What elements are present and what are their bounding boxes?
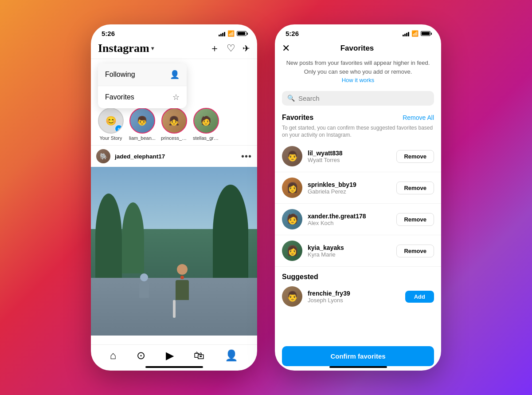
favorite-avatar-3: 🧑 <box>282 209 302 229</box>
following-icon: 👤 <box>170 70 180 79</box>
story-label-2: princess_p... <box>161 135 188 141</box>
story-your-story[interactable]: 😊 + Your Story <box>98 108 124 141</box>
status-icons: 📶 <box>219 30 246 37</box>
favorites-header: ✕ Favorites <box>275 39 441 59</box>
story-avatar-3: 🧑 <box>193 108 219 134</box>
nav-home-icon[interactable]: ⌂ <box>110 349 117 362</box>
status-bar-right: 5:26 📶 <box>275 24 441 39</box>
remove-all-button[interactable]: Remove All <box>403 114 434 121</box>
story-avatar-1: 👦 <box>129 108 155 134</box>
nav-search-icon[interactable]: ⊙ <box>137 349 145 362</box>
favorites-section-header: Favorites Remove All <box>275 109 441 123</box>
nav-shop-icon[interactable]: 🛍 <box>194 349 204 362</box>
post-avatar: 🐘 <box>96 149 110 163</box>
favorite-avatar-1: 👨 <box>282 146 302 166</box>
nav-reels-icon[interactable]: ▶ <box>166 349 174 362</box>
story-label-1: liam_bean... <box>129 135 156 141</box>
suggested-realname-1: Joseph Lyons <box>308 297 400 304</box>
messenger-icon[interactable]: ✈ <box>243 43 250 54</box>
suggested-section-header: Suggested <box>275 269 441 283</box>
signal-icon <box>219 31 225 36</box>
stories-row: 😊 + Your Story 👦 liam_bean... 👧 princess… <box>91 103 257 146</box>
close-button[interactable]: ✕ <box>282 43 290 54</box>
suggested-user-row-1: 👨 frenchie_fry39 Joseph Lyons Add <box>275 283 441 310</box>
favorite-user-row-4: 👩 kyia_kayaks Kyra Marie Remove <box>275 237 441 265</box>
status-bar-left: 5:26 📶 <box>91 24 257 39</box>
nav-profile-icon[interactable]: 👤 <box>225 349 238 362</box>
feed-dropdown: Following 👤 Favorites ☆ <box>98 63 187 108</box>
suggested-username-1: frenchie_fry39 <box>308 290 400 297</box>
post-header: 🐘 jaded_elephant17 ••• <box>91 146 257 167</box>
favorite-username-1: lil_wyatt838 <box>308 150 391 157</box>
favorite-username-4: kyia_kayaks <box>308 244 391 251</box>
heart-icon[interactable]: ♡ <box>227 43 235 54</box>
home-indicator-right <box>329 366 387 368</box>
favorite-avatar-2: 👩 <box>282 178 302 198</box>
favorites-label: Favorites <box>105 93 134 101</box>
phone-instagram-feed: 5:26 📶 Instagram ▾ ＋ ♡ ✈ Foll <box>91 24 257 371</box>
favorites-section-title: Favorites <box>282 114 313 122</box>
story-item-3[interactable]: 🧑 stellas_gr0... <box>193 108 219 141</box>
phone-favorites: 5:26 📶 ✕ Favorites New posts from your f… <box>275 24 441 371</box>
search-icon: 🔍 <box>287 95 295 102</box>
instagram-logo: Instagram ▾ <box>98 42 154 55</box>
post-image <box>91 167 257 336</box>
wifi-icon: 📶 <box>227 30 235 37</box>
dropdown-chevron[interactable]: ▾ <box>151 45 154 52</box>
following-label: Following <box>105 71 135 79</box>
add-icon[interactable]: ＋ <box>210 42 219 55</box>
status-time: 5:26 <box>102 30 115 37</box>
battery-icon-right <box>421 31 430 36</box>
story-item-1[interactable]: 👦 liam_bean... <box>129 108 156 141</box>
favorite-realname-2: Gabriela Perez <box>308 188 391 195</box>
favorite-user-info-4: kyia_kayaks Kyra Marie <box>308 244 391 258</box>
remove-button-3[interactable]: Remove <box>396 213 434 226</box>
favorite-user-row-2: 👩 sprinkles_bby19 Gabriela Perez Remove <box>275 174 441 201</box>
favorite-user-info-3: xander.the.great178 Alex Koch <box>308 213 391 226</box>
dropdown-following[interactable]: Following 👤 <box>98 63 187 86</box>
favorite-user-row-1: 👨 lil_wyatt838 Wyatt Torres Remove <box>275 142 441 170</box>
divider-2 <box>275 203 441 204</box>
battery-icon <box>237 31 246 36</box>
favorite-username-3: xander.the.great178 <box>308 213 391 220</box>
status-time-right: 5:26 <box>286 30 299 37</box>
your-story-avatar: 😊 + <box>98 108 124 134</box>
favorite-realname-1: Wyatt Torres <box>308 157 391 163</box>
home-indicator <box>145 366 203 368</box>
signal-icon-right <box>403 31 409 36</box>
story-plus-icon: + <box>115 125 123 133</box>
remove-button-4[interactable]: Remove <box>396 245 434 257</box>
confirm-favorites-button[interactable]: Confirm favorites <box>282 346 434 366</box>
instagram-header: Instagram ▾ ＋ ♡ ✈ <box>91 39 257 59</box>
divider-4 <box>275 266 441 267</box>
favorites-star-icon: ☆ <box>172 92 180 102</box>
favorite-realname-4: Kyra Marie <box>308 251 391 258</box>
add-button-1[interactable]: Add <box>405 291 434 303</box>
favorite-realname-3: Alex Koch <box>308 220 391 226</box>
favorite-avatar-4: 👩 <box>282 241 302 261</box>
suggested-avatar-1: 👨 <box>282 286 302 307</box>
favorites-description: New posts from your favorites will appea… <box>275 59 441 87</box>
story-item-2[interactable]: 👧 princess_p... <box>161 108 188 141</box>
remove-button-1[interactable]: Remove <box>396 150 434 163</box>
your-story-label: Your Story <box>100 135 122 141</box>
divider-3 <box>275 235 441 235</box>
story-avatar-2: 👧 <box>161 108 187 134</box>
suggested-user-info-1: frenchie_fry39 Joseph Lyons <box>308 290 400 304</box>
favorites-title: Favorites <box>340 44 374 53</box>
favorites-hint: To get started, you can confirm these su… <box>275 123 441 143</box>
post-user: 🐘 jaded_elephant17 <box>96 149 165 163</box>
remove-button-2[interactable]: Remove <box>396 182 434 194</box>
divider-1 <box>275 172 441 172</box>
search-input[interactable] <box>298 95 429 102</box>
wifi-icon-right: 📶 <box>411 30 419 37</box>
favorite-user-info-2: sprinkles_bby19 Gabriela Perez <box>308 181 391 195</box>
how-it-works-link[interactable]: How it works <box>342 77 375 83</box>
dropdown-favorites[interactable]: Favorites ☆ <box>98 86 187 108</box>
favorite-user-info-1: lil_wyatt838 Wyatt Torres <box>308 150 391 163</box>
header-icons: ＋ ♡ ✈ <box>210 42 250 55</box>
status-icons-right: 📶 <box>403 30 430 37</box>
favorite-user-row-3: 🧑 xander.the.great178 Alex Koch Remove <box>275 205 441 233</box>
suggested-section-title: Suggested <box>282 273 318 281</box>
post-more-icon[interactable]: ••• <box>241 151 252 162</box>
